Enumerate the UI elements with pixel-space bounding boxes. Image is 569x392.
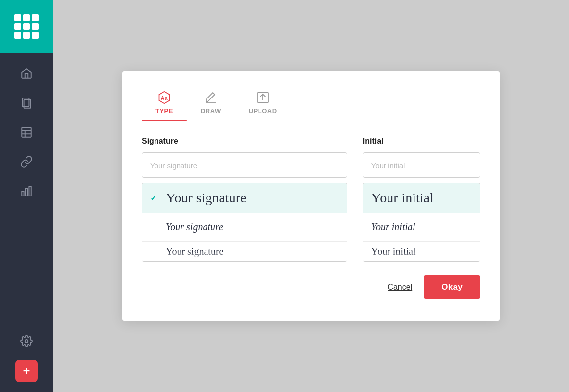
init-font-row-3-content: Your initial — [371, 246, 472, 257]
sidebar — [0, 0, 53, 392]
sidebar-bottom — [0, 328, 53, 392]
tab-upload-label: UPLOAD — [249, 107, 277, 115]
sidebar-item-table[interactable] — [12, 120, 41, 145]
init-font-row-1[interactable]: Your initial — [363, 183, 480, 213]
signature-field-group: Signature ✓ Your signature — [142, 137, 347, 262]
init-font-row-2-content: Your initial — [371, 221, 472, 233]
tab-upload[interactable]: UPLOAD — [235, 87, 291, 121]
initial-field-group: Initial Your initial Your initial — [363, 137, 480, 262]
sidebar-item-chart[interactable] — [12, 178, 41, 204]
svg-rect-6 — [22, 191, 24, 196]
home-icon — [20, 67, 33, 80]
initial-font-list: Your initial Your initial Your initial — [363, 183, 480, 262]
link-icon — [20, 155, 33, 168]
signature-input[interactable] — [142, 152, 347, 178]
settings-icon — [20, 335, 33, 347]
documents-icon — [20, 97, 33, 109]
dialog-tabs: Aa TYPE DRAW — [142, 87, 480, 121]
add-button[interactable] — [15, 360, 38, 382]
initial-input[interactable] — [363, 152, 480, 178]
font-row-2[interactable]: ✓ Your signature — [142, 213, 347, 242]
tab-draw-label: DRAW — [201, 107, 221, 115]
font-row-1[interactable]: ✓ Your signature — [142, 183, 347, 213]
svg-text:Aa: Aa — [161, 95, 168, 101]
init-font-3-text: Your initial — [371, 246, 416, 257]
svg-rect-8 — [29, 186, 31, 196]
init-font-1-text: Your initial — [371, 190, 434, 206]
tab-type[interactable]: Aa TYPE — [142, 87, 187, 121]
form-section: Signature ✓ Your signature — [142, 137, 480, 262]
main-content: Aa TYPE DRAW — [53, 0, 569, 392]
font-row-2-content: ✓ Your signature — [150, 221, 339, 233]
sidebar-item-settings[interactable] — [12, 328, 41, 354]
init-font-2-text: Your initial — [371, 221, 415, 233]
type-icon: Aa — [157, 91, 171, 104]
tab-type-label: TYPE — [155, 107, 173, 115]
check-icon-1: ✓ — [150, 194, 160, 203]
font-row-3[interactable]: ✓ Your signature — [142, 242, 347, 261]
cancel-button[interactable]: Cancel — [388, 283, 412, 292]
font-row-3-content: ✓ Your signature — [150, 246, 339, 257]
sidebar-logo[interactable] — [0, 0, 53, 53]
sidebar-item-link[interactable] — [12, 149, 41, 174]
init-font-row-1-content: Your initial — [371, 190, 472, 206]
font-row-1-content: ✓ Your signature — [150, 190, 339, 206]
tab-draw[interactable]: DRAW — [187, 87, 235, 121]
svg-point-9 — [25, 340, 28, 343]
sig-font-2-text: Your signature — [166, 221, 223, 233]
okay-button[interactable]: Okay — [424, 275, 480, 299]
chart-icon — [20, 185, 33, 197]
svg-rect-2 — [22, 127, 31, 137]
init-font-row-3[interactable]: Your initial — [363, 242, 480, 261]
init-font-row-2[interactable]: Your initial — [363, 213, 480, 242]
draw-icon — [204, 91, 218, 104]
sig-font-1-text: Your signature — [166, 190, 246, 206]
plus-icon — [21, 366, 32, 376]
sidebar-item-home[interactable] — [12, 61, 41, 86]
grid-icon — [14, 14, 39, 39]
dialog-footer: Cancel Okay — [142, 275, 480, 299]
sidebar-item-documents[interactable] — [12, 90, 41, 116]
svg-rect-7 — [26, 189, 27, 196]
initial-label: Initial — [363, 137, 480, 146]
sig-font-3-text: Your signature — [166, 246, 223, 257]
sidebar-nav — [0, 53, 53, 328]
upload-icon — [256, 91, 270, 104]
table-icon — [20, 126, 33, 139]
signature-dialog: Aa TYPE DRAW — [122, 71, 500, 321]
signature-label: Signature — [142, 137, 347, 146]
signature-font-list: ✓ Your signature ✓ Your signature — [142, 183, 347, 262]
